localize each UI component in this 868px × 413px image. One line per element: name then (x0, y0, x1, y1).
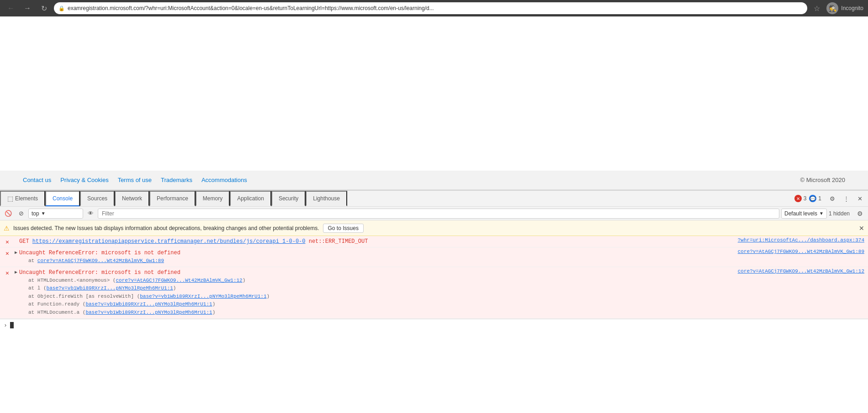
privacy-cookies-link[interactable]: Privacy & Cookies (60, 177, 108, 183)
tab-performance[interactable]: Performance (149, 191, 196, 206)
page-content: Contact us Privacy & Cookies Terms of us… (0, 16, 868, 190)
tab-lighthouse[interactable]: Lighthouse (306, 191, 347, 206)
levels-dropdown-icon: ▼ (819, 211, 824, 216)
tab-network[interactable]: Network (115, 191, 149, 206)
go-to-issues-button[interactable]: Go to Issues (323, 224, 364, 233)
context-label: top (32, 210, 39, 217)
entry-source[interactable]: ?whr=uri:MicrosoftAc.../dashboard.aspx:3… (733, 237, 864, 243)
devtools-panel: ⬚ Elements Console Sources Network Perfo… (0, 190, 868, 393)
devtools-tab-actions: ✕ 3 💬 1 ⚙ ⋮ ✕ (794, 191, 868, 206)
preserve-log-button[interactable]: ⊘ (16, 208, 26, 219)
error-count: 3 (804, 195, 807, 202)
lock-icon: 🔒 (58, 5, 65, 11)
expand-button[interactable]: ▶ (13, 250, 19, 255)
error-count-badge: ✕ (794, 195, 802, 202)
console-settings-button[interactable]: ⚙ (854, 208, 865, 219)
stack-trace: at HTMLDocument.<anonymous> (core?v=AtAG… (19, 277, 733, 317)
error-entry-icon: ✕ (4, 250, 11, 257)
clear-console-button[interactable]: 🚫 (3, 208, 14, 219)
warning-triangle-icon: ⚠ (4, 225, 10, 232)
incognito-icon: 🕵 (826, 2, 838, 14)
devtools-settings-button[interactable]: ⚙ (826, 192, 839, 205)
footer-links: Contact us Privacy & Cookies Terms of us… (23, 177, 800, 183)
entry-source[interactable]: core?v=AtAGCj7FGWKO9...Wt42MzBAlmVK_Gw1:… (733, 268, 864, 274)
console-prompt: › (4, 322, 7, 329)
back-button[interactable]: ← (5, 2, 17, 15)
console-entry-content: Uncaught ReferenceError: microsoft is no… (19, 249, 733, 265)
incognito-label: Incognito (841, 5, 863, 11)
default-levels-label: Default levels (784, 210, 817, 217)
forward-button[interactable]: → (21, 2, 34, 15)
trademarks-link[interactable]: Trademarks (161, 177, 192, 183)
address-bar[interactable]: 🔒 examregistration.microsoft.com/?whr=ur… (54, 2, 807, 14)
console-entry: ✕ ▶ Uncaught ReferenceError: microsoft i… (0, 247, 868, 267)
console-entry-content: GET https://examregistrationapiappservic… (19, 237, 733, 246)
browser-toolbar: ← → ↻ 🔒 examregistration.microsoft.com/?… (0, 0, 868, 16)
tab-console[interactable]: Console (45, 191, 80, 206)
expand-button[interactable]: ▶ (13, 269, 19, 275)
console-input-row: › (0, 319, 868, 332)
devtools-more-button[interactable]: ⋮ (840, 192, 852, 205)
contact-us-link[interactable]: Contact us (23, 177, 51, 183)
console-toolbar: 🚫 ⊘ top ▼ 👁 Default levels ▼ 1 hidden ⚙ (0, 207, 868, 220)
tab-memory[interactable]: Memory (196, 191, 230, 206)
error-entry-icon: ✕ (4, 238, 11, 246)
entry-source[interactable]: core?v=AtAGCj7FGWKO9...Wt42MzBAlmVK_Gw1:… (733, 249, 864, 254)
stack-trace: at core?v=AtAGCj7FGWKO9...Wt42MzBAlmVK_G… (19, 257, 733, 265)
console-entry: ✕ ▶ Uncaught ReferenceError: microsoft i… (0, 267, 868, 319)
devtools-close-button[interactable]: ✕ (853, 192, 866, 205)
devtools-tabs: ⬚ Elements Console Sources Network Perfo… (0, 191, 868, 207)
console-entry: ✕ GET https://examregistrationapiappserv… (0, 236, 868, 247)
warning-count-badge: 💬 (809, 195, 816, 202)
tab-inspector[interactable]: ⬚ Elements (0, 191, 45, 206)
reload-button[interactable]: ↻ (37, 2, 50, 15)
tab-sources[interactable]: Sources (80, 191, 115, 206)
page-footer: Contact us Privacy & Cookies Terms of us… (0, 171, 868, 190)
filter-input[interactable] (98, 209, 779, 219)
accommodations-link[interactable]: Accommodations (201, 177, 247, 183)
copyright-text: © Microsoft 2020 (800, 177, 845, 183)
console-cursor (10, 322, 14, 328)
context-selector[interactable]: top ▼ (28, 209, 83, 219)
bookmark-button[interactable]: ☆ (814, 4, 820, 13)
context-dropdown-icon: ▼ (41, 211, 46, 216)
issues-banner: ⚠ Issues detected. The new Issues tab di… (0, 220, 868, 236)
eye-button[interactable]: 👁 (85, 208, 96, 219)
terms-of-use-link[interactable]: Terms of use (118, 177, 152, 183)
error-url-link[interactable]: https://examregistrationapiappservice.tr… (32, 238, 306, 245)
hidden-count: 1 hidden (829, 210, 850, 217)
url-text: examregistration.microsoft.com/?whr=uri:… (68, 5, 434, 11)
warning-count: 1 (818, 195, 821, 202)
console-output[interactable]: ✕ GET https://examregistrationapiappserv… (0, 236, 868, 393)
tab-application[interactable]: Application (230, 191, 271, 206)
incognito-indicator: 🕵 Incognito (826, 2, 863, 14)
default-levels-dropdown[interactable]: Default levels ▼ (781, 209, 827, 219)
console-entry-content: Uncaught ReferenceError: microsoft is no… (19, 268, 733, 317)
error-entry-icon: ✕ (4, 269, 11, 277)
tab-security[interactable]: Security (271, 191, 306, 206)
close-banner-button[interactable]: ✕ (859, 225, 864, 232)
issues-message: Issues detected. The new Issues tab disp… (13, 225, 319, 231)
